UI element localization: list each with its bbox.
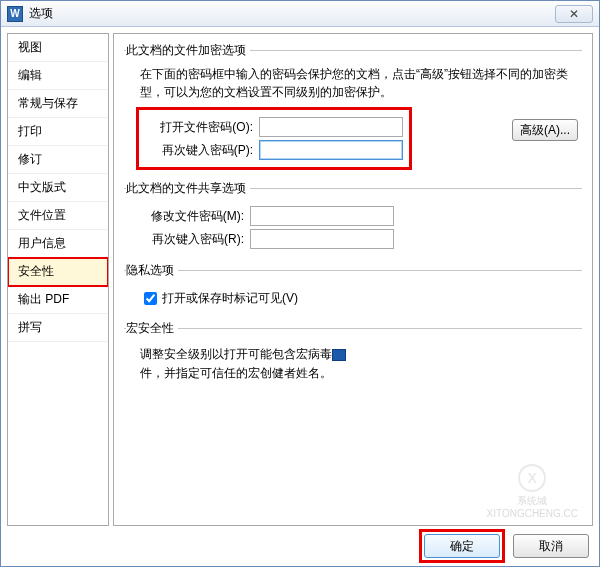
dialog-footer: 确定 取消	[1, 526, 599, 566]
section-encrypt: 此文档的文件加密选项 在下面的密码框中输入的密码会保护您的文档，点击“高级”按钮…	[124, 42, 582, 172]
section-encrypt-legend: 此文档的文件加密选项	[126, 42, 250, 59]
titlebar: W 选项 ✕	[1, 1, 599, 27]
window-title: 选项	[29, 5, 555, 22]
modify-password-input[interactable]	[250, 206, 394, 226]
watermark-icon: X	[518, 464, 546, 492]
section-macro-legend: 宏安全性	[126, 320, 178, 337]
reenter-password-input[interactable]	[259, 140, 403, 160]
open-password-label: 打开文件密码(O):	[149, 119, 253, 136]
sidebar-item-general-save[interactable]: 常规与保存	[8, 90, 108, 118]
modify-password-label: 修改文件密码(M):	[140, 208, 244, 225]
visible-marks-checkbox[interactable]	[144, 292, 157, 305]
sidebar-item-chinese-layout[interactable]: 中文版式	[8, 174, 108, 202]
sidebar-item-revision[interactable]: 修订	[8, 146, 108, 174]
cancel-button[interactable]: 取消	[513, 534, 589, 558]
macro-description: 调整安全级别以打开可能包含宏病毒 件，并指定可信任的宏创健者姓名。	[126, 343, 580, 387]
options-dialog: W 选项 ✕ 视图 编辑 常规与保存 打印 修订 中文版式 文件位置 用户信息 …	[0, 0, 600, 567]
ok-highlight-box: 确定	[419, 529, 505, 563]
sidebar-item-security[interactable]: 安全性	[8, 258, 108, 286]
section-privacy-legend: 隐私选项	[126, 262, 178, 279]
encrypt-description: 在下面的密码框中输入的密码会保护您的文档，点击“高级”按钮选择不同的加密类型，可…	[126, 65, 580, 107]
open-password-input[interactable]	[259, 117, 403, 137]
sidebar-item-print[interactable]: 打印	[8, 118, 108, 146]
watermark-url: XITONGCHENG.CC	[487, 508, 579, 519]
sidebar-item-view[interactable]: 视图	[8, 34, 108, 62]
macro-line1: 调整安全级别以打开可能包含宏病毒	[140, 347, 332, 361]
visible-marks-label: 打开或保存时标记可见(V)	[162, 290, 298, 307]
close-button[interactable]: ✕	[555, 5, 593, 23]
category-sidebar: 视图 编辑 常规与保存 打印 修订 中文版式 文件位置 用户信息 安全性 输出 …	[7, 33, 109, 526]
watermark: X 系统城 XITONGCHENG.CC	[487, 464, 579, 519]
section-share-legend: 此文档的文件共享选项	[126, 180, 250, 197]
ok-button[interactable]: 确定	[424, 534, 500, 558]
section-macro: 宏安全性 调整安全级别以打开可能包含宏病毒 件，并指定可信任的宏创健者姓名。	[124, 320, 582, 389]
sidebar-item-output-pdf[interactable]: 输出 PDF	[8, 286, 108, 314]
reenter-password-label: 再次键入密码(P):	[149, 142, 253, 159]
content-panel: 此文档的文件加密选项 在下面的密码框中输入的密码会保护您的文档，点击“高级”按钮…	[113, 33, 593, 526]
section-privacy: 隐私选项 打开或保存时标记可见(V)	[124, 262, 582, 312]
sidebar-item-edit[interactable]: 编辑	[8, 62, 108, 90]
sidebar-item-spelling[interactable]: 拼写	[8, 314, 108, 342]
sidebar-item-user-info[interactable]: 用户信息	[8, 230, 108, 258]
reenter-modify-password-input[interactable]	[250, 229, 394, 249]
password-highlight-box: 打开文件密码(O): 再次键入密码(P):	[136, 107, 412, 170]
app-icon: W	[7, 6, 23, 22]
section-share: 此文档的文件共享选项 修改文件密码(M): 再次键入密码(R):	[124, 180, 582, 254]
reenter-modify-password-label: 再次键入密码(R):	[140, 231, 244, 248]
advanced-button[interactable]: 高级(A)...	[512, 119, 578, 141]
macro-line2: 件，并指定可信任的宏创健者姓名。	[140, 366, 332, 380]
watermark-brand: 系统城	[487, 494, 579, 508]
sidebar-item-file-location[interactable]: 文件位置	[8, 202, 108, 230]
close-icon: ✕	[569, 7, 579, 21]
macro-security-button-icon[interactable]	[332, 349, 346, 361]
